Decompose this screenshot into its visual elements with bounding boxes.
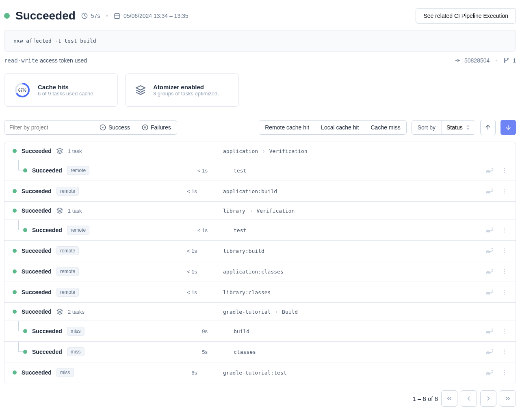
svg-point-21 [504, 252, 505, 253]
gradle-icon [485, 247, 494, 254]
svg-point-33 [504, 353, 505, 354]
more-vertical-icon[interactable] [501, 268, 507, 275]
chevron-right-icon [249, 209, 254, 213]
prev-page-button[interactable] [461, 390, 477, 407]
task-count: 1 task [68, 148, 82, 154]
status-dot [23, 168, 27, 172]
task-status: Succeeded [32, 328, 62, 334]
gradle-icon [485, 167, 494, 173]
donut-chart: 67% [14, 82, 30, 98]
cache-title: Cache hits [38, 84, 95, 90]
more-vertical-icon[interactable] [501, 167, 507, 174]
cache-badge: remote [56, 187, 79, 196]
cache-hits-card[interactable]: 67% Cache hits 6 of 9 tasks used cache. [4, 73, 118, 107]
token-suffix: access token used [38, 57, 87, 64]
task-name: library:classes [223, 289, 480, 295]
task-row[interactable]: Succeeded1 tasklibrary Verification [4, 202, 516, 220]
task-status: Succeeded [22, 308, 52, 315]
chevron-right-icon [261, 149, 266, 154]
more-vertical-icon[interactable] [501, 289, 507, 295]
task-row[interactable]: Succeededremote< 1sapplication:classes [4, 261, 516, 282]
svg-point-16 [504, 228, 505, 228]
gradle-icon [485, 268, 494, 274]
task-count: 2 tasks [68, 309, 84, 315]
commit-ref[interactable]: 50828504 [455, 57, 490, 64]
row-actions [485, 247, 507, 255]
svg-point-31 [504, 349, 505, 350]
task-row[interactable]: Succeededmiss9sbuild [4, 321, 516, 342]
more-vertical-icon[interactable] [501, 248, 507, 254]
status-dot [13, 290, 17, 294]
failures-label: Failures [151, 124, 171, 131]
local-cache-filter[interactable]: Local cache hit [315, 121, 365, 134]
task-duration: 5s [183, 349, 208, 355]
chevron-right-icon [485, 395, 492, 402]
token-info: read-write access token used [4, 57, 87, 64]
task-row[interactable]: Succeededmiss6sgradle-tutorial:test [4, 362, 516, 383]
cache-badge: miss [56, 368, 74, 377]
sort-select[interactable]: Status [441, 121, 475, 134]
sort-desc-button[interactable] [500, 120, 516, 135]
svg-point-29 [504, 331, 505, 332]
task-duration: < 1s [183, 168, 208, 174]
more-vertical-icon[interactable] [501, 349, 507, 355]
first-page-button[interactable] [441, 390, 457, 407]
task-row[interactable]: Succeeded1 taskapplication Verification [4, 142, 516, 160]
task-row[interactable]: Succeededremote< 1slibrary:build [4, 241, 516, 261]
branch-count: 1 [513, 57, 516, 64]
task-duration: < 1s [173, 248, 197, 254]
chevron-right-icon [274, 310, 279, 314]
svg-point-10 [504, 168, 505, 169]
svg-point-36 [504, 374, 505, 375]
task-status: Succeeded [22, 148, 52, 154]
task-row[interactable]: Succeededremote< 1stest [4, 220, 516, 241]
check-circle-icon [100, 124, 106, 131]
cache-filter-group: Remote cache hit Local cache hit Cache m… [259, 120, 407, 135]
arrow-down-icon [505, 124, 512, 131]
success-filter[interactable]: Success [94, 121, 136, 134]
more-vertical-icon[interactable] [501, 369, 507, 376]
commit-icon [455, 57, 461, 64]
sort-asc-button[interactable] [480, 120, 496, 135]
task-row[interactable]: Succeededmiss5sclasses [4, 342, 516, 362]
row-actions [485, 187, 507, 195]
last-page-button[interactable] [500, 390, 516, 407]
cache-badge: remote [56, 246, 79, 255]
status-dot [23, 228, 27, 232]
task-name: application:build [223, 188, 480, 194]
branch-ref[interactable]: 1 [503, 57, 516, 64]
chevrons-right-icon [504, 395, 511, 402]
svg-point-13 [504, 189, 505, 190]
atomizer-card[interactable]: Atomizer enabled 3 groups of tasks optim… [125, 73, 239, 107]
task-row[interactable]: Succeededremote< 1slibrary:classes [4, 282, 516, 303]
task-row[interactable]: Succeededremote< 1sapplication:build [4, 181, 516, 202]
task-row[interactable]: Succeeded2 tasksgradle-tutorial Build [4, 303, 516, 321]
svg-point-32 [504, 351, 505, 352]
svg-point-17 [504, 230, 505, 230]
more-vertical-icon[interactable] [501, 328, 507, 334]
task-status: Succeeded [22, 188, 52, 194]
svg-point-28 [504, 329, 505, 330]
chevron-left-icon [465, 395, 472, 402]
next-page-button[interactable] [480, 390, 496, 407]
task-status: Succeeded [32, 167, 62, 174]
task-status: Succeeded [22, 268, 52, 275]
ci-pipeline-button[interactable]: See related CI Pipeline Execution [416, 8, 516, 24]
remote-cache-filter[interactable]: Remote cache hit [259, 121, 315, 134]
meta-sep-2: • [495, 57, 497, 64]
task-name: application Verification [223, 148, 507, 154]
success-label: Success [108, 124, 130, 131]
task-duration: < 1s [173, 188, 197, 194]
task-duration: 9s [183, 328, 208, 334]
svg-point-25 [504, 290, 505, 291]
row-actions [485, 369, 507, 377]
task-row[interactable]: Succeededremote< 1stest [4, 160, 516, 181]
atomizer-sub: 3 groups of tasks optimized. [153, 90, 219, 97]
failures-filter[interactable]: Failures [136, 121, 177, 134]
row-actions [485, 226, 507, 234]
more-vertical-icon[interactable] [501, 227, 507, 233]
more-vertical-icon[interactable] [501, 188, 507, 194]
task-status: Succeeded [22, 369, 52, 376]
cache-miss-filter[interactable]: Cache miss [365, 121, 406, 134]
filter-input[interactable] [4, 121, 94, 134]
